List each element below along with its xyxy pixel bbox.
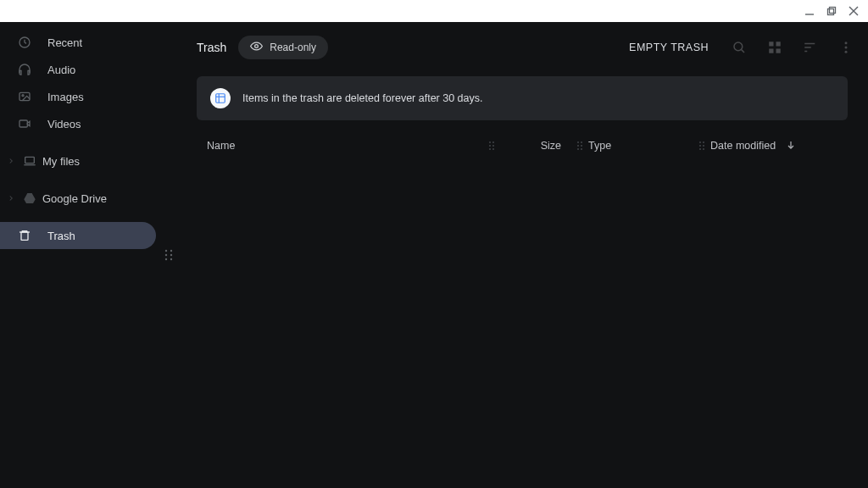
main-panel: Trash Read-only EMPTY TRASH — [176, 22, 868, 488]
sidebar-item-label: Recent — [47, 36, 82, 49]
svg-point-12 — [165, 250, 167, 252]
info-banner-icon — [210, 88, 231, 108]
svg-rect-10 — [25, 157, 35, 163]
column-header-row: Name Size Type Date modified — [186, 129, 858, 163]
svg-rect-24 — [776, 49, 781, 53]
sidebar-item-audio[interactable]: Audio — [0, 56, 176, 83]
window-titlebar — [0, 0, 868, 22]
sidebar-item-label: My files — [42, 155, 80, 168]
minimize-icon[interactable] — [804, 5, 815, 17]
readonly-label: Read-only — [270, 42, 316, 53]
svg-point-35 — [489, 148, 491, 150]
sidebar-item-label: Videos — [47, 118, 81, 130]
sidebar: Recent Audio Images Videos — [0, 22, 176, 488]
svg-point-43 — [699, 141, 701, 143]
svg-point-14 — [165, 254, 167, 256]
sidebar-item-videos[interactable]: Videos — [0, 110, 176, 137]
svg-point-36 — [492, 148, 494, 150]
svg-line-20 — [742, 50, 744, 53]
svg-point-13 — [170, 250, 172, 252]
sidebar-item-images[interactable]: Images — [0, 83, 176, 110]
headphones-icon — [17, 62, 32, 77]
svg-point-26 — [845, 47, 848, 49]
svg-point-25 — [845, 42, 848, 44]
page-title: Trash — [197, 41, 226, 54]
svg-rect-23 — [769, 49, 773, 53]
sidebar-item-label: Audio — [47, 64, 75, 76]
svg-point-17 — [170, 258, 172, 260]
trash-icon — [17, 228, 32, 243]
svg-point-41 — [577, 148, 579, 150]
column-date[interactable]: Date modified — [710, 140, 776, 152]
chevron-right-icon — [5, 192, 17, 204]
sort-icon[interactable] — [798, 36, 822, 59]
grid-view-icon[interactable] — [763, 36, 787, 59]
svg-point-37 — [577, 141, 579, 143]
column-name[interactable]: Name — [207, 140, 235, 152]
svg-point-18 — [255, 45, 259, 48]
svg-rect-28 — [216, 94, 225, 103]
svg-point-27 — [845, 51, 848, 53]
chevron-right-icon — [5, 155, 17, 167]
svg-point-31 — [489, 141, 491, 143]
drive-icon — [22, 191, 37, 206]
sidebar-resize-handle[interactable] — [164, 249, 173, 263]
eye-icon — [250, 40, 263, 55]
svg-point-16 — [165, 258, 167, 260]
search-icon[interactable] — [727, 36, 751, 59]
svg-point-33 — [489, 145, 491, 147]
svg-point-34 — [492, 145, 494, 147]
svg-rect-2 — [830, 8, 836, 14]
svg-point-19 — [734, 42, 743, 51]
svg-rect-8 — [19, 120, 27, 127]
info-banner: Items in the trash are deleted forever a… — [197, 76, 848, 120]
svg-point-46 — [703, 145, 704, 147]
grip-icon[interactable] — [488, 141, 495, 151]
svg-point-15 — [170, 254, 172, 256]
column-type[interactable]: Type — [588, 140, 611, 152]
sidebar-item-trash[interactable]: Trash — [0, 222, 156, 249]
readonly-pill: Read-only — [238, 36, 328, 59]
sidebar-item-google-drive[interactable]: Google Drive — [0, 185, 176, 212]
sidebar-item-label: Trash — [47, 230, 75, 242]
image-icon — [17, 89, 32, 104]
svg-rect-21 — [769, 42, 773, 46]
sort-descending-icon — [786, 140, 796, 152]
svg-point-39 — [577, 145, 579, 147]
column-size[interactable]: Size — [541, 140, 561, 152]
empty-trash-button[interactable]: EMPTY TRASH — [629, 42, 709, 53]
laptop-icon — [22, 153, 37, 169]
clock-icon — [17, 35, 32, 50]
more-icon[interactable] — [834, 36, 858, 59]
svg-point-7 — [22, 95, 24, 97]
svg-point-32 — [492, 141, 494, 143]
info-banner-text: Items in the trash are deleted forever a… — [242, 92, 482, 104]
video-icon — [17, 116, 32, 131]
grip-icon[interactable] — [576, 141, 583, 151]
sidebar-item-label: Google Drive — [42, 192, 107, 205]
svg-rect-1 — [828, 9, 834, 15]
sidebar-item-recent[interactable]: Recent — [0, 29, 176, 56]
maximize-icon[interactable] — [826, 5, 837, 17]
svg-point-47 — [699, 148, 701, 150]
svg-rect-22 — [776, 42, 781, 46]
svg-point-44 — [703, 141, 704, 143]
sidebar-item-my-files[interactable]: My files — [0, 147, 176, 175]
close-icon[interactable] — [848, 5, 860, 17]
svg-point-45 — [699, 145, 701, 147]
grip-icon[interactable] — [698, 141, 705, 151]
sidebar-item-label: Images — [47, 91, 84, 103]
svg-point-38 — [581, 141, 582, 143]
topbar: Trash Read-only EMPTY TRASH — [186, 30, 858, 64]
svg-point-48 — [703, 148, 704, 150]
svg-point-40 — [581, 145, 582, 147]
svg-point-42 — [581, 148, 582, 150]
svg-rect-11 — [21, 232, 28, 240]
